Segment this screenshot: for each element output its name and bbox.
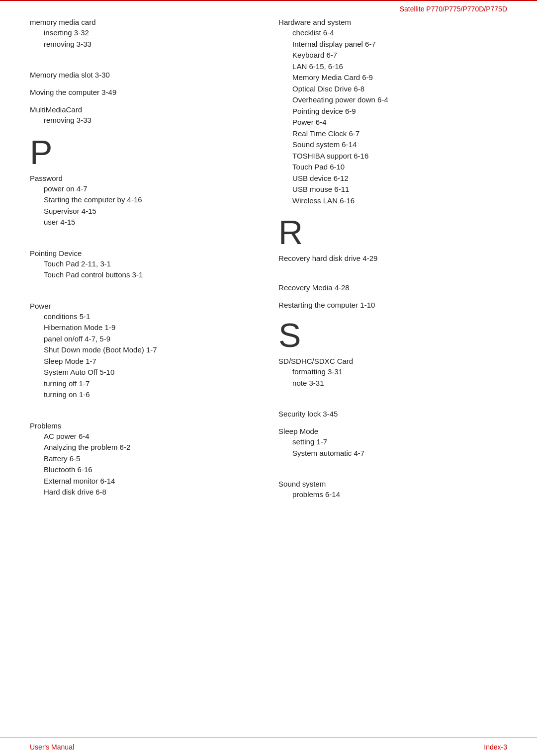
list-item: Password power on 4-7 Starting the compu… — [30, 174, 254, 228]
footer-left: User's Manual — [30, 743, 74, 751]
entry-sub: formatting 3-31 note 3-31 — [278, 366, 507, 389]
entry-sub-line: Hard disk drive 6-8 — [44, 487, 254, 498]
entry-sub: AC power 6-4 Analyzing the problem 6-2 B… — [30, 431, 254, 498]
section-letter-s: S — [278, 318, 507, 352]
section-letter-r: R — [278, 215, 507, 249]
footer-right: Index-3 — [484, 743, 507, 751]
list-item: Restarting the computer 1-10 — [278, 301, 507, 309]
entry-title: Hardware and system — [278, 18, 507, 26]
entry-sub-line: removing 3-33 — [44, 115, 254, 126]
entry-sub-line: setting 1-7 — [292, 436, 507, 448]
entry-sub-line: USB device 6-12 — [292, 173, 507, 184]
list-item: Moving the computer 3-49 — [30, 88, 254, 96]
entry-sub: problems 6-14 — [278, 489, 507, 501]
left-column: memory media card inserting 3-32 removin… — [30, 18, 268, 509]
entry-sub-line: user 4-15 — [44, 217, 254, 228]
entry-sub-line: turning off 1-7 — [44, 378, 254, 390]
entry-title: Password — [30, 174, 254, 182]
entry-title: Recovery Media 4-28 — [278, 283, 507, 292]
entry-sub-line: Bluetooth 6-16 — [44, 464, 254, 476]
entry-sub-line: power on 4-7 — [44, 183, 254, 195]
entry-title: Moving the computer 3-49 — [30, 88, 254, 96]
entry-sub-line: Touch Pad control buttons 3-1 — [44, 269, 254, 281]
section-letter-p: P — [30, 135, 254, 169]
entry-title: memory media card — [30, 18, 254, 26]
entry-title: Pointing Device — [30, 249, 254, 257]
entry-sub-line: USB mouse 6-11 — [292, 184, 507, 195]
list-item: MultiMediaCard removing 3-33 — [30, 105, 254, 126]
page-footer: User's Manual Index-3 — [0, 738, 537, 756]
list-item: Hardware and system checklist 6-4 Intern… — [278, 18, 507, 206]
right-column: Hardware and system checklist 6-4 Intern… — [268, 18, 507, 509]
entry-sub-line: note 3-31 — [292, 378, 507, 389]
entry-sub: setting 1-7 System automatic 4-7 — [278, 436, 507, 459]
entry-sub-line: conditions 5-1 — [44, 311, 254, 323]
entry-sub-line: removing 3-33 — [44, 39, 254, 50]
entry-title: Sound system — [278, 480, 507, 488]
page-header: Satellite P770/P775/P770D/P775D — [0, 0, 537, 13]
entry-sub-line: Analyzing the problem 6-2 — [44, 442, 254, 453]
entry-sub-line: TOSHIBA support 6-16 — [292, 151, 507, 162]
list-item: Sleep Mode setting 1-7 System automatic … — [278, 427, 507, 459]
entry-sub: conditions 5-1 Hibernation Mode 1-9 pane… — [30, 311, 254, 401]
entry-sub: checklist 6-4 Internal display panel 6-7… — [278, 27, 507, 206]
entry-title: Recovery hard disk drive 4-29 — [278, 254, 507, 262]
entry-sub-line: checklist 6-4 — [292, 27, 507, 39]
entry-sub-line: Hibernation Mode 1-9 — [44, 322, 254, 334]
entry-title: SD/SDHC/SDXC Card — [278, 357, 507, 365]
entry-sub-line: Real Time Clock 6-7 — [292, 128, 507, 140]
entry-title: Power — [30, 302, 254, 310]
entry-sub-line: problems 6-14 — [292, 489, 507, 501]
entry-sub: Touch Pad 2-11, 3-1 Touch Pad control bu… — [30, 258, 254, 281]
entry-title: Sleep Mode — [278, 427, 507, 435]
list-item: Recovery Media 4-28 — [278, 283, 507, 292]
entry-sub-line: Touch Pad 2-11, 3-1 — [44, 258, 254, 270]
entry-title: MultiMediaCard — [30, 105, 254, 114]
entry-sub-line: Power 6-4 — [292, 117, 507, 128]
entry-sub-line: AC power 6-4 — [44, 431, 254, 442]
entry-sub-line: Touch Pad 6-10 — [292, 162, 507, 173]
entry-title: Security lock 3-45 — [278, 410, 507, 418]
entry-sub-line: inserting 3-32 — [44, 27, 254, 39]
page-container: Satellite P770/P775/P770D/P775D memory m… — [0, 0, 537, 756]
entry-sub-line: panel on/off 4-7, 5-9 — [44, 334, 254, 345]
list-item: Recovery hard disk drive 4-29 — [278, 254, 507, 262]
entry-sub-line: Supervisor 4-15 — [44, 206, 254, 217]
entry-sub-line: Starting the computer by 4-16 — [44, 194, 254, 206]
entry-sub-line: External monitor 6-14 — [44, 476, 254, 487]
list-item: SD/SDHC/SDXC Card formatting 3-31 note 3… — [278, 357, 507, 389]
entry-sub-line: formatting 3-31 — [292, 366, 507, 378]
entry-title: Memory media slot 3-30 — [30, 71, 254, 79]
list-item: memory media card inserting 3-32 removin… — [30, 18, 254, 50]
entry-sub-line: Shut Down mode (Boot Mode) 1-7 — [44, 344, 254, 356]
list-item: Power conditions 5-1 Hibernation Mode 1-… — [30, 302, 254, 401]
entry-sub: power on 4-7 Starting the computer by 4-… — [30, 183, 254, 228]
header-title: Satellite P770/P775/P770D/P775D — [400, 5, 507, 13]
entry-sub-line: Sleep Mode 1-7 — [44, 356, 254, 367]
entry-sub-line: LAN 6-15, 6-16 — [292, 61, 507, 73]
entry-sub-line: System Auto Off 5-10 — [44, 367, 254, 378]
entry-sub-line: Overheating power down 6-4 — [292, 94, 507, 106]
list-item: Sound system problems 6-14 — [278, 480, 507, 501]
entry-sub-line: Optical Disc Drive 6-8 — [292, 84, 507, 95]
entry-sub-line: System automatic 4-7 — [292, 448, 507, 459]
entry-sub-line: Sound system 6-14 — [292, 139, 507, 151]
main-content: memory media card inserting 3-32 removin… — [0, 13, 537, 539]
entry-sub-line: Memory Media Card 6-9 — [292, 72, 507, 84]
entry-title: Problems — [30, 421, 254, 430]
entry-title: Restarting the computer 1-10 — [278, 301, 507, 309]
entry-sub-line: Wireless LAN 6-16 — [292, 195, 507, 207]
entry-sub-line: Pointing device 6-9 — [292, 106, 507, 117]
entry-sub-line: Internal display panel 6-7 — [292, 39, 507, 50]
entry-sub-line: turning on 1-6 — [44, 389, 254, 401]
list-item: Security lock 3-45 — [278, 410, 507, 418]
entry-sub: inserting 3-32 removing 3-33 — [30, 27, 254, 50]
list-item: Pointing Device Touch Pad 2-11, 3-1 Touc… — [30, 249, 254, 281]
entry-sub: removing 3-33 — [30, 115, 254, 126]
entry-sub-line: Keyboard 6-7 — [292, 50, 507, 61]
list-item: Problems AC power 6-4 Analyzing the prob… — [30, 421, 254, 498]
entry-sub-line: Battery 6-5 — [44, 453, 254, 465]
list-item: Memory media slot 3-30 — [30, 71, 254, 79]
